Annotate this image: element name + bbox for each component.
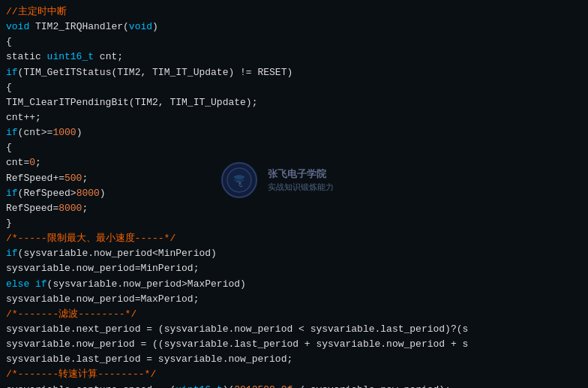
- code-line: if(cnt>=1000): [6, 125, 582, 140]
- code-token: uint16_t: [176, 384, 222, 388]
- code-content: //主定时中断void TIM2_IRQHandler(void){ stati…: [6, 5, 582, 388]
- code-token: / sysvariable.now_period);: [292, 384, 451, 388]
- code-line: /*-----限制最大、最小速度-----*/: [6, 231, 582, 246]
- code-token: //主定时中断: [6, 6, 67, 17]
- code-line: RefSpeed+=500;: [6, 171, 582, 186]
- code-token: sysvariable.now_period = ((sysvariable.l…: [6, 338, 468, 350]
- code-line: sysvariable.capture_speed = (uint16_t)(2…: [6, 383, 582, 388]
- code-token: ;: [82, 203, 88, 214]
- code-line: sysvariable.last_period = sysvariable.no…: [6, 352, 582, 367]
- code-token: ): [76, 127, 82, 138]
- code-token: if: [6, 188, 18, 199]
- code-token: TIM2_IRQHandler(: [29, 21, 129, 32]
- code-line: if(TIM_GetITStatus(TIM2, TIM_IT_Update) …: [6, 65, 582, 80]
- code-token: RefSpeed=: [6, 203, 58, 214]
- code-token: static: [6, 51, 47, 62]
- code-token: 0: [29, 157, 35, 168]
- code-token: /*-------转速计算--------*/: [6, 368, 156, 380]
- code-token: sysvariable.capture_speed = (: [6, 384, 176, 388]
- code-token: if: [6, 127, 18, 138]
- code-token: ): [100, 188, 106, 199]
- code-token: if: [6, 248, 18, 259]
- code-token: sysvariable.now_period=MaxPeriod;: [6, 293, 199, 305]
- code-token: void: [129, 21, 152, 32]
- code-token: else if: [6, 278, 47, 290]
- code-line: sysvariable.now_period=MaxPeriod;: [6, 292, 582, 307]
- code-editor: //主定时中断void TIM2_IRQHandler(void){ stati…: [0, 0, 588, 388]
- code-token: {: [6, 142, 12, 153]
- code-token: ): [152, 21, 158, 32]
- code-line: {: [6, 35, 582, 50]
- code-token: 2812500.0f: [234, 384, 292, 388]
- code-token: void: [6, 21, 29, 32]
- code-token: if: [6, 67, 18, 78]
- code-line: TIM_ClearITPendingBit(TIM2, TIM_IT_Updat…: [6, 95, 582, 110]
- code-line: if(sysvariable.now_period<MinPeriod): [6, 246, 582, 261]
- code-line: }: [6, 216, 582, 231]
- code-token: RefSpeed+=: [6, 173, 64, 184]
- code-token: ;: [35, 157, 41, 168]
- code-token: sysvariable.last_period = sysvariable.no…: [6, 353, 292, 365]
- code-token: 1000: [52, 127, 76, 138]
- code-token: (sysvariable.now_period>MaxPeriod): [47, 278, 246, 290]
- code-token: )(: [223, 384, 235, 388]
- code-token: sysvariable.next_period = (sysvariable.n…: [6, 323, 468, 335]
- code-token: TIM_ClearITPendingBit(TIM2, TIM_IT_Updat…: [6, 97, 257, 108]
- code-token: (TIM_GetITStatus(TIM2, TIM_IT_Update) !=…: [18, 67, 293, 78]
- code-token: (cnt>=: [18, 127, 53, 138]
- code-line: cnt=0;: [6, 155, 582, 170]
- code-line: sysvariable.now_period = ((sysvariable.l…: [6, 337, 582, 352]
- code-token: 8000: [76, 188, 100, 199]
- code-line: {: [6, 140, 582, 155]
- code-token: sysvariable.now_period=MinPeriod;: [6, 263, 199, 274]
- code-line: //主定时中断: [6, 5, 582, 20]
- code-token: cnt;: [94, 51, 123, 62]
- code-line: sysvariable.now_period=MinPeriod;: [6, 261, 582, 276]
- code-token: cnt++;: [6, 112, 41, 123]
- code-token: 8000: [58, 203, 82, 214]
- code-token: {: [6, 36, 12, 47]
- code-line: RefSpeed=8000;: [6, 201, 582, 216]
- code-line: sysvariable.next_period = (sysvariable.n…: [6, 322, 582, 337]
- code-line: else if(sysvariable.now_period>MaxPeriod…: [6, 277, 582, 292]
- code-line: cnt++;: [6, 110, 582, 125]
- code-token: /*-----限制最大、最小速度-----*/: [6, 233, 176, 244]
- code-line: /*-------转速计算--------*/: [6, 367, 582, 382]
- code-token: uint16_t: [47, 51, 94, 62]
- code-line: {: [6, 80, 582, 95]
- code-line: if(RefSpeed>8000): [6, 186, 582, 201]
- code-line: void TIM2_IRQHandler(void): [6, 20, 582, 35]
- code-token: }: [6, 218, 12, 229]
- code-token: (sysvariable.now_period<MinPeriod): [18, 248, 217, 259]
- code-line: /*-------滤波--------*/: [6, 307, 582, 322]
- code-token: cnt=: [6, 157, 29, 168]
- code-line: static uint16_t cnt;: [6, 50, 582, 65]
- code-token: {: [6, 82, 12, 93]
- code-token: /*-------滤波--------*/: [6, 308, 136, 320]
- code-token: 500: [64, 173, 82, 184]
- code-token: (RefSpeed>: [18, 188, 76, 199]
- code-token: ;: [82, 173, 88, 184]
